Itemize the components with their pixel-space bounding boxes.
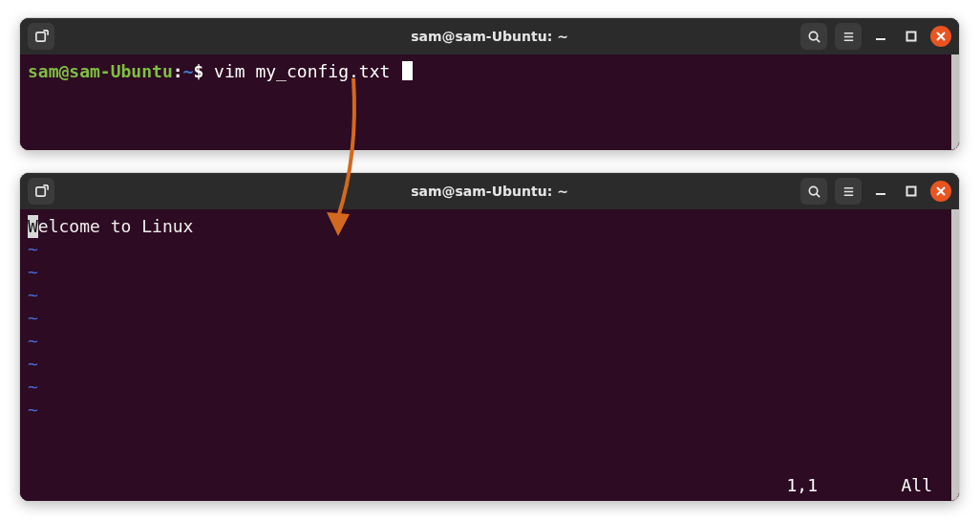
- svg-line-17: [816, 193, 819, 196]
- hamburger-menu-button[interactable]: [835, 178, 862, 205]
- vim-empty-lines: ~~~~~~~~: [28, 238, 951, 422]
- close-button[interactable]: [930, 26, 951, 47]
- file-content-rest: elcome to Linux: [38, 216, 194, 236]
- prompt-separator: :: [173, 61, 183, 81]
- svg-rect-22: [907, 187, 916, 196]
- prompt-line: sam@sam-Ubuntu:~$ vim my_config.txt: [28, 60, 951, 83]
- svg-point-3: [809, 32, 817, 39]
- svg-point-16: [809, 186, 817, 194]
- vim-status-line: 1,1 All: [20, 474, 951, 497]
- svg-rect-0: [35, 32, 44, 40]
- search-button[interactable]: [800, 23, 827, 50]
- vim-tilde-line: ~: [28, 261, 951, 284]
- vim-scroll-indicator: All: [901, 474, 932, 497]
- prompt-path: ~: [183, 61, 194, 81]
- vim-body[interactable]: Welcome to Linux ~~~~~~~~ 1,1 All: [20, 209, 959, 501]
- new-tab-button[interactable]: [28, 23, 54, 50]
- svg-line-4: [816, 38, 819, 41]
- cursor-icon: [402, 61, 413, 80]
- terminal-window-vim: sam@sam-Ubuntu: ~ Welcome to Linux ~~~~~…: [19, 172, 960, 502]
- terminal-window-shell: sam@sam-Ubuntu: ~ sam@sam-Ubuntu:~$ vim …: [19, 17, 960, 151]
- scrollbar[interactable]: [951, 54, 959, 150]
- vim-tilde-line: ~: [28, 399, 951, 422]
- minimize-button[interactable]: [869, 180, 892, 203]
- new-tab-button[interactable]: [28, 178, 54, 205]
- vim-tilde-line: ~: [28, 238, 951, 261]
- scrollbar[interactable]: [951, 209, 959, 501]
- vim-tilde-line: ~: [28, 330, 951, 353]
- prompt-symbol: $: [193, 61, 203, 81]
- maximize-button[interactable]: [900, 25, 923, 48]
- terminal-body[interactable]: sam@sam-Ubuntu:~$ vim my_config.txt: [20, 54, 959, 150]
- vim-tilde-line: ~: [28, 353, 951, 376]
- vim-tilde-line: ~: [28, 307, 951, 330]
- close-button[interactable]: [930, 181, 951, 202]
- cursor-char: W: [28, 215, 38, 238]
- svg-rect-13: [35, 186, 44, 195]
- minimize-button[interactable]: [869, 25, 892, 48]
- prompt-user-host: sam@sam-Ubuntu: [28, 61, 173, 81]
- titlebar[interactable]: sam@sam-Ubuntu: ~: [20, 18, 959, 54]
- svg-rect-9: [907, 33, 916, 41]
- file-content-line: Welcome to Linux: [28, 215, 951, 238]
- hamburger-menu-button[interactable]: [835, 23, 862, 50]
- maximize-button[interactable]: [900, 180, 923, 203]
- vim-tilde-line: ~: [28, 284, 951, 307]
- typed-command: vim my_config.txt: [214, 61, 390, 81]
- vim-tilde-line: ~: [28, 376, 951, 399]
- titlebar[interactable]: sam@sam-Ubuntu: ~: [20, 173, 959, 209]
- search-button[interactable]: [800, 178, 827, 205]
